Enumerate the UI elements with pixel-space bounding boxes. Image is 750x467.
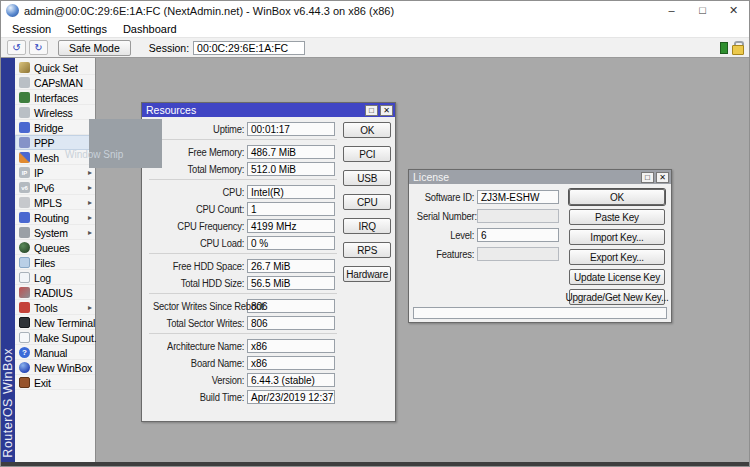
- irq-button[interactable]: IRQ: [343, 218, 391, 234]
- resources-dialog-titlebar[interactable]: Resources □ ✕: [142, 103, 395, 117]
- sidebar-item-label: Quick Set: [34, 62, 78, 74]
- content-area: RouterOS WinBox Quick Set CAPsMAN: [1, 57, 749, 462]
- rps-button[interactable]: RPS: [343, 242, 391, 258]
- sidebar-item-routing[interactable]: Routing ▸: [15, 210, 95, 225]
- sidebar-item-label: Queues: [34, 242, 70, 254]
- serial-number-field[interactable]: [477, 209, 559, 223]
- system-icon: [19, 227, 30, 238]
- connection-status-icon: [720, 42, 728, 54]
- submenu-arrow-icon: ▸: [88, 228, 93, 237]
- undo-icon[interactable]: ↺: [7, 40, 26, 55]
- sidebar-item-ipv6[interactable]: IPv6 ▸: [15, 180, 95, 195]
- pci-button[interactable]: PCI: [343, 146, 391, 162]
- uptime-field[interactable]: 00:01:17: [247, 122, 335, 136]
- software-id-field[interactable]: ZJ3M-ESHW: [477, 190, 559, 204]
- field-label: Software ID:: [417, 192, 477, 203]
- level-field[interactable]: 6: [477, 228, 559, 242]
- manual-icon: [19, 347, 30, 358]
- menubar: Session Settings Dashboard: [1, 20, 749, 37]
- resource-row: Board Name: x86: [147, 356, 339, 370]
- free-memory-field[interactable]: 486.7 MiB: [247, 145, 335, 159]
- total-sector-writes-field[interactable]: 806: [247, 316, 335, 330]
- sidebar-item-capsman[interactable]: CAPsMAN: [15, 75, 95, 90]
- sidebar-item-tools[interactable]: Tools ▸: [15, 300, 95, 315]
- architecture-name-field[interactable]: x86: [247, 339, 335, 353]
- upgrade-get-new-key-button[interactable]: Upgrade/Get New Key...: [569, 289, 665, 305]
- dialog-maximize-icon[interactable]: □: [641, 172, 654, 183]
- update-license-key-button[interactable]: Update License Key: [569, 269, 665, 285]
- mdi-workspace: Resources □ ✕ Uptime:: [96, 58, 749, 462]
- dialog-close-icon[interactable]: ✕: [380, 105, 393, 116]
- field-label: Total Sector Writes:: [153, 318, 247, 329]
- submenu-arrow-icon: ▸: [88, 213, 93, 222]
- cpu-count-field[interactable]: 1: [247, 202, 335, 216]
- sidebar-item-label: CAPsMAN: [34, 77, 83, 89]
- sidebar-item-files[interactable]: Files: [15, 255, 95, 270]
- hardware-button[interactable]: Hardware: [343, 266, 391, 282]
- license-dialog-titlebar[interactable]: License □ ✕: [409, 170, 671, 184]
- free-hdd-space-field[interactable]: 26.7 MiB: [247, 259, 335, 273]
- titlebar: admin@00:0C:29:6E:1A:FC (NextAdmin.net) …: [1, 1, 749, 20]
- cpu-frequency-field[interactable]: 4199 MHz: [247, 219, 335, 233]
- total-hdd-size-field[interactable]: 56.5 MiB: [247, 276, 335, 290]
- resource-row: Total HDD Size: 56.5 MiB: [147, 276, 339, 290]
- minimize-button[interactable]: –: [656, 1, 687, 20]
- dialog-maximize-icon[interactable]: □: [365, 105, 378, 116]
- cpu-load-field[interactable]: 0 %: [247, 236, 335, 250]
- sidebar-item-radius[interactable]: RADIUS: [15, 285, 95, 300]
- import-key-button[interactable]: Import Key...: [569, 229, 665, 245]
- ppp-icon: [19, 137, 30, 148]
- redo-icon[interactable]: ↻: [29, 40, 48, 55]
- sidebar-item-mpls[interactable]: MPLS ▸: [15, 195, 95, 210]
- version-field[interactable]: 6.44.3 (stable): [247, 373, 335, 387]
- menu-item[interactable]: Settings: [59, 22, 115, 36]
- capsman-icon: [19, 77, 30, 88]
- sidebar-item-make-supout[interactable]: Make Supout.rif: [15, 330, 95, 345]
- session-input[interactable]: 00:0C:29:6E:1A:FC: [193, 41, 305, 55]
- sidebar-item-label: RADIUS: [34, 287, 72, 299]
- sidebar-item-queues[interactable]: Queues: [15, 240, 95, 255]
- sidebar-item-log[interactable]: Log: [15, 270, 95, 285]
- sidebar-item-new-terminal[interactable]: New Terminal: [15, 315, 95, 330]
- paste-key-button[interactable]: Paste Key: [569, 209, 665, 225]
- wireless-icon: [19, 107, 30, 118]
- safe-mode-button[interactable]: Safe Mode: [58, 40, 131, 56]
- total-memory-field[interactable]: 512.0 MiB: [247, 162, 335, 176]
- menu-item[interactable]: Session: [4, 22, 59, 36]
- usb-button[interactable]: USB: [343, 170, 391, 186]
- features-field[interactable]: [477, 247, 559, 261]
- sidebar-item-interfaces[interactable]: Interfaces: [15, 90, 95, 105]
- menu-item[interactable]: Dashboard: [115, 22, 185, 36]
- sidebar-item-new-winbox[interactable]: New WinBox: [15, 360, 95, 375]
- ok-button[interactable]: OK: [343, 122, 391, 138]
- toolbar: ↺ ↻ Safe Mode Session: 00:0C:29:6E:1A:FC: [1, 37, 749, 57]
- sidebar-item-system[interactable]: System ▸: [15, 225, 95, 240]
- field-label: Uptime:: [153, 124, 247, 135]
- group-separator: [149, 179, 337, 180]
- sidebar-item-wireless[interactable]: Wireless: [15, 105, 95, 120]
- ok-button[interactable]: OK: [569, 189, 665, 205]
- sidebar-item-label: Make Supout.rif: [34, 332, 105, 344]
- sidebar-item-manual[interactable]: Manual: [15, 345, 95, 360]
- sidebar-item-quick-set[interactable]: Quick Set: [15, 60, 95, 75]
- dialog-close-icon[interactable]: ✕: [656, 172, 669, 183]
- cpu-field[interactable]: Intel(R): [247, 185, 335, 199]
- sidebar-item-exit[interactable]: Exit: [15, 375, 95, 390]
- license-dialog: License □ ✕ Software ID: ZJ3M-ESHW: [408, 169, 672, 323]
- tools-icon: [19, 302, 30, 313]
- build-time-field[interactable]: Apr/23/2019 12:37:03: [247, 390, 335, 404]
- sidebar-item-ip[interactable]: IP ▸: [15, 165, 95, 180]
- routeros-winbox-banner: RouterOS WinBox: [1, 58, 15, 462]
- sidebar-item-bridge[interactable]: Bridge: [15, 120, 95, 135]
- sidebar-item-label: Log: [34, 272, 51, 284]
- sidebar-item-ppp[interactable]: PPP: [15, 135, 95, 150]
- secure-lock-icon: [732, 41, 743, 55]
- cpu-button[interactable]: CPU: [343, 194, 391, 210]
- maximize-button[interactable]: □: [687, 1, 718, 20]
- close-button[interactable]: ✕: [718, 1, 749, 20]
- export-key-button[interactable]: Export Key...: [569, 249, 665, 265]
- ipv6-icon: [19, 182, 30, 193]
- board-name-field[interactable]: x86: [247, 356, 335, 370]
- sidebar-item-label: Wireless: [34, 107, 73, 119]
- resource-row: Uptime: 00:01:17: [147, 122, 339, 136]
